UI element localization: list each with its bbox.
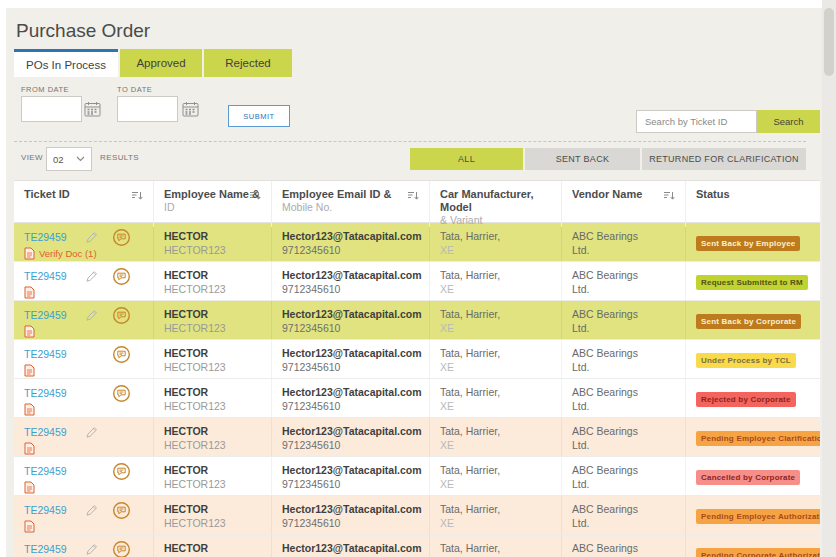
employee-name-cell: HECTOR HECTOR123 <box>154 301 272 339</box>
chat-icon[interactable] <box>112 267 132 286</box>
verify-doc-link[interactable] <box>24 442 143 455</box>
status-badge: Cancelled by Corporate <box>696 470 800 485</box>
ticket-link[interactable]: TE29459 <box>24 504 82 516</box>
edit-icon[interactable] <box>84 503 102 518</box>
chat-icon[interactable] <box>112 501 132 520</box>
edit-icon[interactable] <box>84 269 102 284</box>
ticket-link[interactable]: TE29459 <box>24 387 82 399</box>
chevron-down-icon <box>76 156 85 162</box>
car-cell: Tata, Harrier, XE <box>430 418 562 456</box>
tab-approved[interactable]: Approved <box>120 49 202 77</box>
ticket-link[interactable]: TE29459 <box>24 348 82 360</box>
view-label: VIEW <box>21 153 43 162</box>
status-cell: Pending Employee Clarification <box>686 418 820 456</box>
edit-icon[interactable] <box>84 542 102 557</box>
status-cell: Under Process by TCL <box>686 340 820 378</box>
calendar-icon[interactable] <box>182 101 199 117</box>
employee-name-cell: HECTOR HECTOR123 <box>154 457 272 495</box>
segment-all[interactable]: ALL <box>410 148 523 170</box>
ticket-cell: TE29459 <box>14 535 154 557</box>
column-header-employee-email: Employee Email ID & Mobile No. <box>272 181 430 227</box>
employee-name-cell: HECTOR HECTOR123 <box>154 496 272 534</box>
ticket-cell: TE29459 <box>14 262 154 300</box>
ticket-link[interactable]: TE29459 <box>24 426 82 438</box>
vendor-cell: ABC Bearings Ltd. <box>562 223 686 261</box>
status-badge: Sent Back by Employee <box>696 236 800 251</box>
sort-icon[interactable] <box>131 190 143 202</box>
segment-returned-for-clarification[interactable]: RETURNED FOR CLARIFICATION <box>642 148 806 170</box>
employee-email-cell: Hector123@Tatacapital.com 9712345610 <box>272 535 430 557</box>
tab-bar: POs In Process Approved Rejected <box>14 49 292 77</box>
sort-icon[interactable] <box>407 190 419 202</box>
search-input[interactable] <box>636 110 757 133</box>
employee-name-cell: HECTOR HECTOR123 <box>154 262 272 300</box>
edit-icon[interactable] <box>84 230 102 245</box>
verify-doc-link[interactable] <box>24 520 143 533</box>
ticket-cell: TE29459 <box>14 496 154 534</box>
document-icon <box>24 481 35 494</box>
table-row: TE29459 <box>14 418 820 457</box>
chat-icon[interactable] <box>112 228 132 247</box>
status-badge: Pending Employee Clarification <box>696 431 820 446</box>
submit-button[interactable]: SUBMIT <box>228 105 290 127</box>
chat-icon[interactable] <box>112 306 132 325</box>
chat-icon[interactable] <box>112 345 132 364</box>
sort-icon[interactable] <box>663 190 675 202</box>
employee-email-cell: Hector123@Tatacapital.com 9712345610 <box>272 379 430 417</box>
vendor-cell: ABC Bearings Ltd. <box>562 457 686 495</box>
verify-doc-link[interactable] <box>24 325 143 338</box>
status-badge: Sent Back by Corporate <box>696 314 801 329</box>
ticket-link[interactable]: TE29459 <box>24 543 82 555</box>
dashed-divider <box>14 141 806 142</box>
verify-doc-link[interactable]: Verify Doc (1) <box>24 247 143 260</box>
status-badge: Under Process by TCL <box>696 353 796 368</box>
document-icon <box>24 247 35 260</box>
status-cell: Sent Back by Corporate <box>686 301 820 339</box>
document-icon <box>24 442 35 455</box>
verify-doc-link[interactable] <box>24 364 143 377</box>
employee-email-cell: Hector123@Tatacapital.com 9712345610 <box>272 340 430 378</box>
ticket-link[interactable]: TE29459 <box>24 309 82 321</box>
calendar-icon[interactable] <box>84 101 101 117</box>
to-date-input[interactable] <box>117 96 178 122</box>
vendor-cell: ABC Bearings Ltd. <box>562 262 686 300</box>
scrollbar-thumb[interactable] <box>824 8 834 76</box>
status-badge: Pending Corporate Authorization <box>696 548 820 557</box>
segment-sent-back[interactable]: SENT BACK <box>525 148 640 170</box>
edit-icon[interactable] <box>84 425 102 440</box>
scrollbar-track <box>822 0 836 557</box>
verify-doc-link[interactable] <box>24 481 143 494</box>
table-row: TE29459 <box>14 262 820 301</box>
search-button[interactable]: Search <box>757 110 820 133</box>
employee-email-cell: Hector123@Tatacapital.com 9712345610 <box>272 418 430 456</box>
ticket-link[interactable]: TE29459 <box>24 465 82 477</box>
column-header-ticket-id: Ticket ID <box>14 181 154 227</box>
ticket-link[interactable]: TE29459 <box>24 270 82 282</box>
document-icon <box>24 286 35 299</box>
car-cell: Tata, Harrier, XE <box>430 496 562 534</box>
from-date-input[interactable] <box>21 96 82 122</box>
sort-icon[interactable] <box>249 190 261 202</box>
purchase-order-table: Ticket ID Employee Name & ID <box>14 180 820 557</box>
screen: Purchase Order POs In Process Approved R… <box>0 0 836 557</box>
ticket-link[interactable]: TE29459 <box>24 231 82 243</box>
chat-icon[interactable] <box>112 384 132 403</box>
edit-icon[interactable] <box>84 308 102 323</box>
view-select[interactable]: 02 <box>46 147 92 171</box>
document-icon <box>24 403 35 416</box>
verify-doc-link[interactable] <box>24 286 143 299</box>
tab-pos-in-process[interactable]: POs In Process <box>14 49 118 77</box>
chat-icon[interactable] <box>112 540 132 557</box>
table-row: TE29459 <box>14 535 820 557</box>
car-cell: Tata, Harrier, XE <box>430 340 562 378</box>
table-body: TE29459 <box>14 223 820 557</box>
chat-icon[interactable] <box>112 462 132 481</box>
verify-doc-link[interactable] <box>24 403 143 416</box>
column-header-car: Car Manufacturer, Model & Variant <box>430 181 562 227</box>
car-cell: Tata, Harrier, XE <box>430 457 562 495</box>
view-select-value: 02 <box>53 154 64 165</box>
column-header-status: Status <box>686 181 820 227</box>
employee-name-cell: HECTOR HECTOR123 <box>154 340 272 378</box>
car-cell: Tata, Harrier, XE <box>430 301 562 339</box>
tab-rejected[interactable]: Rejected <box>204 49 292 77</box>
